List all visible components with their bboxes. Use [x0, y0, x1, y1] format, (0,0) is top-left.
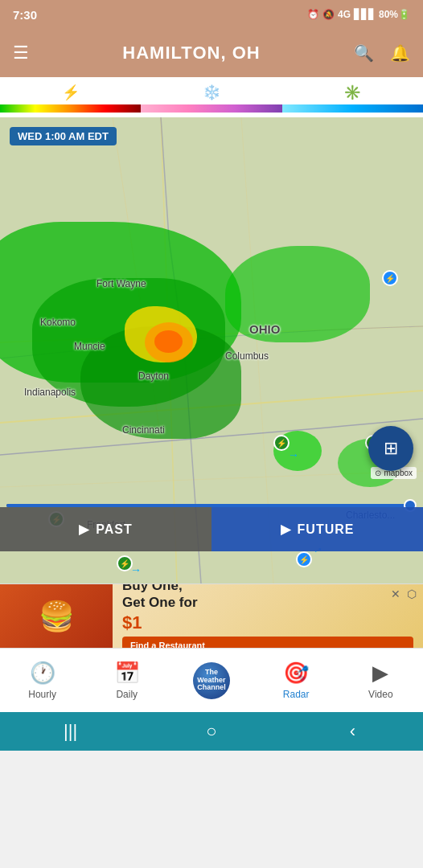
weather-channel-logo: TheWeatherChannel [193, 662, 230, 699]
recents-icon: ||| [64, 721, 77, 742]
future-play-icon: ▶ [281, 522, 291, 537]
nav-video-label: Video [368, 689, 392, 700]
storm-marker-5: ⚡ [296, 551, 312, 567]
snowflake-icon: ❄️ [203, 84, 220, 101]
storm-marker-2: ⚡ [273, 435, 290, 451]
location-title: HAMILTON, OH [122, 43, 260, 63]
snow-legend: ❄️ [203, 84, 220, 101]
signal-bars-icon: ▋▋▋ [354, 9, 376, 20]
signal-icon: 4G [338, 9, 351, 20]
radar-map[interactable]: OHIO Columbus Dayton Cincinnati Indianap… [0, 117, 423, 583]
radar-blob-hot-3 [154, 330, 183, 353]
clock-icon: 🕐 [30, 661, 55, 686]
ad-external-icon: ⬡ [407, 588, 417, 600]
legend-gradients [0, 104, 423, 113]
nav-weather-channel[interactable]: TheWeatherChannel [183, 662, 240, 699]
rain-legend: ⚡ [62, 84, 80, 101]
radar-blob-east-1 [225, 246, 370, 342]
menu-button[interactable]: ☰ [13, 43, 29, 63]
home-button[interactable]: ○ [187, 712, 236, 751]
nav-video[interactable]: ▶ Video [352, 661, 409, 700]
storm-marker-1: ⚡ [382, 270, 398, 286]
system-nav-bar: ||| ○ ‹ [0, 712, 423, 751]
wind-arrow-2: → [130, 563, 142, 576]
ad-text: Buy One,Get One for $1 Find a Restaurant [113, 583, 423, 648]
nav-radar-label: Radar [283, 689, 310, 700]
past-play-icon: ▶ [79, 522, 89, 537]
mapbox-logo: ⊙ [375, 469, 381, 477]
snow-gradient [141, 104, 281, 113]
nav-hourly-label: Hourly [28, 689, 56, 700]
layer-toggle-button[interactable]: ⊞ [368, 426, 413, 471]
future-button[interactable]: ▶ FUTURE [212, 507, 423, 551]
calendar-icon: 📅 [114, 661, 140, 686]
sound-icon: 🔕 [322, 9, 335, 20]
ad-cta-button[interactable]: Find a Restaurant [122, 637, 413, 648]
back-icon: ‹ [350, 721, 355, 742]
nav-hourly[interactable]: 🕐 Hourly [14, 661, 71, 700]
video-icon: ▶ [372, 661, 388, 686]
app-bar: ☰ HAMILTON, OH 🔍 🔔 [0, 29, 423, 77]
alarm-icon: ⏰ [307, 9, 319, 20]
battery-icon: 80%🔋 [379, 9, 410, 20]
future-label: FUTURE [298, 522, 355, 537]
ad-headline: Buy One,Get One for [122, 583, 413, 611]
legend-bar: ⚡ ❄️ ✳️ [0, 77, 423, 117]
nav-radar[interactable]: 🎯 Radar [268, 661, 324, 700]
ad-banner[interactable]: 🍔 Buy One,Get One for $1 Find a Restaura… [0, 583, 423, 648]
lightning-icon: ⚡ [62, 84, 80, 101]
ice-icon: ✳️ [343, 84, 361, 101]
ad-close-button[interactable]: ✕ [391, 588, 400, 600]
notification-button[interactable]: 🔔 [390, 43, 410, 63]
ad-content[interactable]: 🍔 Buy One,Get One for $1 Find a Restaura… [0, 584, 423, 648]
playback-controls: ▶ PAST ▶ FUTURE [0, 507, 423, 551]
ad-price: $1 [122, 612, 413, 633]
nav-daily[interactable]: 📅 Daily [99, 661, 155, 700]
home-icon: ○ [206, 721, 216, 742]
legend-icons-row: ⚡ ❄️ ✳️ [0, 84, 423, 101]
radar-icon: 🎯 [283, 661, 309, 686]
ice-legend: ✳️ [343, 84, 361, 101]
map-timestamp: WED 1:00 AM EDT [10, 127, 117, 145]
app-bar-actions: 🔍 🔔 [354, 43, 410, 63]
nav-daily-label: Daily [116, 689, 138, 700]
wind-arrow-1: → [288, 448, 299, 461]
past-button[interactable]: ▶ PAST [0, 507, 212, 551]
status-time: 7:30 [13, 8, 37, 22]
past-label: PAST [96, 522, 132, 537]
ad-food-image: 🍔 [0, 584, 113, 648]
status-icons: ⏰ 🔕 4G ▋▋▋ 80%🔋 [307, 9, 410, 20]
ice-gradient [282, 104, 423, 113]
search-button[interactable]: 🔍 [354, 43, 374, 63]
recents-button[interactable]: ||| [47, 712, 95, 751]
back-button[interactable]: ‹ [328, 712, 376, 751]
bottom-nav: 🕐 Hourly 📅 Daily TheWeatherChannel 🎯 Rad… [0, 648, 423, 712]
status-bar: 7:30 ⏰ 🔕 4G ▋▋▋ 80%🔋 [0, 0, 423, 29]
rain-gradient [0, 104, 141, 113]
